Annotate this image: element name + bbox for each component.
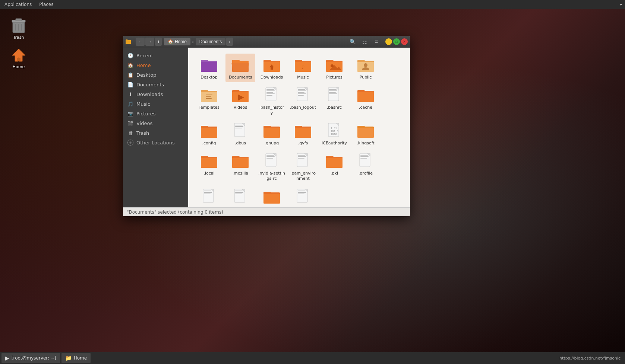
close-button[interactable]: ✕	[401, 38, 408, 45]
file-item-xsession[interactable]: .xsession-errors	[288, 185, 318, 207]
svg-rect-28	[298, 92, 304, 93]
file-label-templates: Templates	[199, 105, 220, 110]
file-item-templates[interactable]: Templates	[194, 84, 224, 118]
nvidia-icon	[263, 152, 281, 170]
sidebar-item-desktop[interactable]: 📋 Desktop	[123, 70, 188, 80]
file-item-videos[interactable]: Videos	[225, 84, 255, 118]
taskbar-files-label: Home	[74, 355, 87, 361]
file-item-documents[interactable]: Documents	[225, 54, 255, 82]
file-item-music[interactable]: ♪ Music	[288, 54, 318, 82]
svg-rect-7	[17, 58, 20, 61]
file-label-gvfs: .gvfs	[298, 141, 308, 146]
sidebar-item-videos[interactable]: 🎬 Videos	[123, 118, 188, 128]
file-item-selected-editor[interactable]: .selected_editor	[194, 185, 224, 207]
breadcrumb-documents[interactable]: Documents	[196, 38, 226, 45]
file-item-vnc[interactable]: .vnc	[257, 185, 287, 207]
file-item-downloads[interactable]: Downloads	[257, 54, 287, 82]
file-label-documents: Documents	[229, 75, 252, 80]
places-menu[interactable]: Places	[38, 2, 55, 7]
file-item-cache[interactable]: .cache	[351, 84, 381, 118]
file-item-bash-history[interactable]: .bash_history	[257, 84, 287, 118]
search-button[interactable]: 🔍	[347, 38, 358, 46]
svg-rect-23	[266, 95, 272, 96]
maximize-button[interactable]: □	[393, 38, 400, 45]
cache-folder-icon	[357, 86, 375, 104]
svg-rect-66	[204, 194, 211, 194]
pam-icon	[294, 152, 312, 170]
bash-logout-icon	[294, 86, 312, 104]
sidebar-home-icon: 🏠	[127, 62, 133, 68]
svg-text:♪: ♪	[302, 64, 305, 70]
profile-icon	[357, 152, 375, 170]
file-item-dbus[interactable]: .dbus	[225, 119, 255, 148]
pictures-folder-icon	[325, 56, 343, 74]
xsession-icon	[294, 188, 312, 205]
file-item-mozilla[interactable]: .mozilla	[225, 150, 255, 184]
pictures-icon: 📷	[127, 111, 133, 116]
sidebar: 🕐 Recent 🏠 Home 📋 Desktop 📄 Documents ⬇ …	[123, 48, 188, 207]
svg-rect-39	[235, 125, 243, 125]
file-label-dbus: .dbus	[235, 141, 246, 146]
desktop-icons-area: Trash Home	[4, 15, 34, 71]
sidebar-label-home: Home	[136, 63, 151, 68]
sidebar-label-trash: Trash	[136, 130, 149, 136]
file-item-local[interactable]: .local	[194, 150, 224, 184]
file-item-gnupg[interactable]: .gnupg	[257, 119, 287, 148]
sidebar-item-pictures[interactable]: 📷 Pictures	[123, 109, 188, 118]
selected-editor-icon	[200, 188, 218, 205]
taskbar-files[interactable]: 📁 Home	[61, 353, 91, 363]
breadcrumb-home[interactable]: 🏠 Home	[164, 38, 190, 45]
file-item-gvfs[interactable]: .gvfs	[288, 119, 318, 148]
svg-rect-56	[298, 158, 304, 159]
svg-point-13	[364, 63, 367, 67]
file-item-profile[interactable]: .profile	[351, 150, 381, 184]
file-item-desktop[interactable]: Desktop	[194, 54, 224, 82]
applications-menu[interactable]: Applications	[3, 2, 33, 7]
sidebar-item-other-locations[interactable]: + Other Locations	[123, 138, 188, 147]
minimize-button[interactable]: －	[385, 38, 392, 45]
up-button[interactable]: ⬆	[155, 38, 162, 46]
svg-rect-49	[266, 155, 274, 156]
desktop-icon-home[interactable]: Home	[4, 44, 34, 71]
file-item-public[interactable]: Public	[351, 54, 381, 82]
file-item-bash-logout[interactable]: .bash_logout	[288, 84, 318, 118]
sidebar-item-documents[interactable]: 📄 Documents	[123, 80, 188, 89]
file-label-cache: .cache	[359, 105, 372, 110]
file-item-bashrc[interactable]: .bashrc	[319, 84, 349, 118]
taskbar-folder-icon: 📁	[65, 355, 72, 361]
sidebar-item-home[interactable]: 🏠 Home	[123, 60, 188, 70]
svg-rect-29	[298, 93, 306, 94]
sidebar-label-music: Music	[136, 101, 150, 107]
svg-rect-26	[298, 89, 305, 90]
svg-rect-35	[329, 92, 336, 93]
file-item-sudo[interactable]: .sudo_as_admin_successful	[225, 185, 255, 207]
sidebar-item-music[interactable]: 🎵 Music	[123, 99, 188, 109]
window-body: 🕐 Recent 🏠 Home 📋 Desktop 📄 Documents ⬇ …	[123, 48, 410, 207]
file-item-pam[interactable]: .pam_environment	[288, 150, 318, 184]
sidebar-item-downloads[interactable]: ⬇ Downloads	[123, 89, 188, 99]
taskbar-terminal[interactable]: ▶ [root@myserver: ~]	[1, 353, 60, 363]
view-options-button[interactable]: ⚏	[359, 38, 370, 46]
taskbar-terminal-label: [root@myserver: ~]	[12, 355, 56, 361]
mozilla-folder-icon	[231, 152, 249, 170]
sidebar-item-recent[interactable]: 🕐 Recent	[123, 51, 188, 60]
menu-button[interactable]: ≡	[371, 38, 382, 46]
sidebar-label-other-locations: Other Locations	[136, 140, 175, 146]
breadcrumb-expand[interactable]: ›	[226, 38, 233, 46]
file-item-pictures[interactable]: Pictures	[319, 54, 349, 82]
back-button[interactable]: ←	[136, 38, 145, 46]
file-item-iceauthority[interactable]: 1 01 101 0 1010 ICEauthority	[319, 119, 349, 148]
home-label: Home	[13, 64, 25, 69]
file-label-public: Public	[360, 75, 372, 80]
forward-button[interactable]: →	[145, 38, 154, 46]
desktop-icon-trash[interactable]: Trash	[4, 15, 34, 41]
file-manager-window: ← → ⬆ 🏠 Home › Documents › 🔍 ⚏ ≡ － □ ✕	[123, 36, 410, 216]
file-item-nvidia[interactable]: .nvidia-settings-rc	[257, 150, 287, 184]
file-item-kingsoft[interactable]: .kingsoft	[351, 119, 381, 148]
add-location-icon: +	[127, 140, 133, 146]
sidebar-item-trash[interactable]: 🗑 Trash	[123, 128, 188, 138]
file-item-pki[interactable]: .pki	[319, 150, 349, 184]
gnupg-folder-icon	[263, 122, 281, 140]
file-item-config[interactable]: .config	[194, 119, 224, 148]
file-label-music: Music	[297, 75, 309, 80]
